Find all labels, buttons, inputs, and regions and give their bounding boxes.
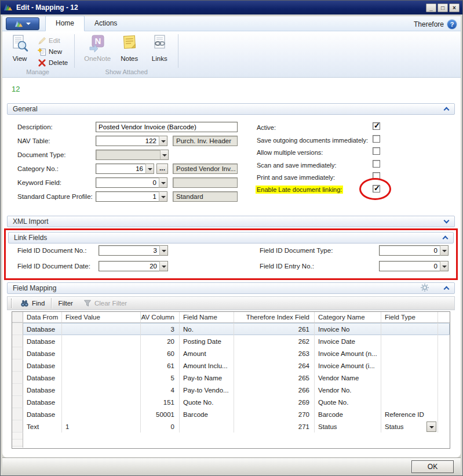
section-header-xml-import[interactable]: XML Import (7, 216, 455, 227)
cell-nav-column[interactable]: 20 (141, 335, 180, 347)
cell-nav-column[interactable]: 151 (141, 396, 180, 408)
table-row[interactable]: Database 4 Pay-to Vendo... 266 Vendor No… (12, 384, 450, 396)
cell-field-name[interactable]: Amount Inclu... (180, 359, 234, 372)
cell-field-name[interactable]: Amount (180, 347, 234, 359)
cell-fixed-value[interactable] (62, 359, 141, 372)
tab-home[interactable]: Home (45, 16, 85, 31)
cell-nav-column[interactable]: 61 (141, 359, 180, 372)
field-id-entry-no-input[interactable] (379, 261, 440, 271)
cell-field-name[interactable]: Quote No. (180, 396, 234, 408)
cell-field-type[interactable] (381, 323, 438, 335)
table-row[interactable]: Database 50001 Barcode 270 Barcode Refer… (12, 408, 450, 420)
table-row[interactable]: Database 151 Quote No. 269 Quote No. (12, 396, 450, 408)
cell-nav-column[interactable]: 5 (141, 372, 180, 384)
nav-table-dropdown-button[interactable] (159, 136, 167, 146)
cell-field-name[interactable]: Pay-to Vendo... (180, 384, 234, 396)
keyword-field-dropdown-button[interactable] (159, 177, 167, 188)
column-header-field-type[interactable]: Field Type (381, 312, 438, 322)
cell-field-type[interactable]: Reference ID (381, 408, 438, 420)
settings-gear-icon[interactable] (420, 283, 429, 294)
cell-category-name[interactable]: Invoice Amount (i... (315, 359, 381, 372)
table-row[interactable]: Database 60 Amount 263 Invoice Amount (n… (12, 347, 450, 359)
cell-nav-column[interactable]: 3 (141, 323, 180, 335)
maximize-button[interactable]: □ (438, 3, 448, 12)
help-button[interactable]: ? (447, 20, 457, 29)
cell-category-name[interactable]: Vendor No. (315, 384, 381, 396)
cell-field-type[interactable]: Status (385, 423, 404, 430)
cell-therefore-index-field[interactable]: 266 (234, 384, 315, 396)
cell-field-type[interactable] (381, 384, 438, 396)
cell-fixed-value[interactable] (62, 408, 141, 420)
cell-field-name[interactable]: Barcode (180, 408, 234, 420)
cell-field-type[interactable] (381, 372, 438, 384)
column-header-data-from[interactable]: Data From (23, 312, 62, 322)
new-button[interactable]: New (35, 46, 71, 57)
close-button[interactable]: × (449, 3, 460, 12)
column-header-field-name[interactable]: Field Name (180, 312, 234, 322)
status-dropdown-button[interactable] (426, 422, 436, 432)
view-button[interactable]: View (5, 33, 35, 68)
field-id-doc-type-dropdown-button[interactable] (440, 245, 449, 256)
cell-therefore-index-field[interactable]: 261 (234, 323, 315, 335)
cell-therefore-index-field[interactable]: 264 (234, 359, 315, 372)
category-no-input[interactable] (96, 163, 146, 174)
cell-fixed-value[interactable]: 1 (62, 420, 141, 433)
cell-therefore-index-field[interactable]: 270 (234, 408, 315, 420)
cell-fixed-value[interactable] (62, 335, 141, 347)
cell-field-name[interactable]: Pay-to Name (180, 372, 234, 384)
cell-therefore-index-field[interactable]: 265 (234, 372, 315, 384)
cell-data-from[interactable]: Database (23, 384, 62, 396)
cell-nav-column[interactable]: 4 (141, 384, 180, 396)
cell-category-name[interactable]: Status (315, 420, 381, 433)
cell-field-type[interactable] (381, 347, 438, 359)
table-row[interactable]: Text 1 0 271 Status Status (12, 420, 450, 433)
table-row[interactable]: Database 3 No. 261 Invoice No (12, 323, 450, 335)
row-selector[interactable] (12, 408, 23, 420)
section-header-field-mapping[interactable]: Field Mapping (7, 282, 455, 294)
active-checkbox[interactable] (373, 122, 380, 130)
cell-category-name[interactable]: Invoice Date (315, 335, 381, 347)
toolbar-grip[interactable] (11, 299, 13, 308)
description-input[interactable] (96, 122, 238, 132)
tab-actions[interactable]: Actions (85, 16, 127, 31)
cell-therefore-index-field[interactable]: 262 (234, 335, 315, 347)
row-selector[interactable] (12, 347, 23, 359)
section-header-general[interactable]: General (7, 103, 455, 115)
cell-category-name[interactable]: Invoice No (315, 323, 381, 335)
expand-chevron-icon[interactable] (443, 219, 449, 224)
field-id-doc-no-input[interactable] (99, 245, 160, 256)
find-button[interactable]: Find (15, 297, 50, 309)
delete-button[interactable]: Delete (35, 57, 71, 68)
cell-therefore-index-field[interactable]: 271 (234, 420, 315, 433)
capture-profile-dropdown-button[interactable] (159, 191, 167, 202)
cell-field-type[interactable] (381, 359, 438, 372)
cell-therefore-index-field[interactable]: 269 (234, 396, 315, 408)
cell-data-from[interactable]: Database (23, 359, 62, 372)
row-selector[interactable] (12, 359, 23, 372)
row-selector[interactable] (12, 384, 23, 396)
collapse-chevron-icon[interactable] (443, 285, 449, 291)
cell-category-name[interactable]: Quote No. (315, 396, 381, 408)
row-selector[interactable] (12, 323, 23, 335)
cell-data-from[interactable]: Database (23, 372, 62, 384)
section-header-link-fields[interactable]: Link Fields (8, 232, 454, 244)
cell-data-from[interactable]: Database (23, 335, 62, 347)
cell-fixed-value[interactable] (62, 372, 141, 384)
field-id-doc-date-input[interactable] (99, 261, 160, 271)
keyword-field-input[interactable] (96, 177, 159, 188)
table-row[interactable]: Database 5 Pay-to Name 265 Vendor Name (12, 372, 450, 384)
cell-data-from[interactable]: Text (23, 420, 62, 433)
cell-fixed-value[interactable] (62, 347, 141, 359)
category-no-dropdown-button[interactable] (145, 163, 154, 174)
cell-nav-column[interactable]: 50001 (141, 408, 180, 420)
cell-fixed-value[interactable] (62, 396, 141, 408)
row-selector[interactable] (12, 335, 23, 347)
cell-nav-column[interactable]: 60 (141, 347, 180, 359)
cell-field-type[interactable] (381, 335, 438, 347)
table-row[interactable]: Database 20 Posting Date 262 Invoice Dat… (12, 335, 450, 347)
row-selector[interactable] (12, 420, 23, 433)
save-outgoing-checkbox[interactable] (373, 135, 380, 143)
ok-button[interactable]: OK (411, 460, 454, 473)
field-id-doc-date-dropdown-button[interactable] (159, 261, 168, 271)
filter-button[interactable]: Filter (53, 297, 78, 309)
